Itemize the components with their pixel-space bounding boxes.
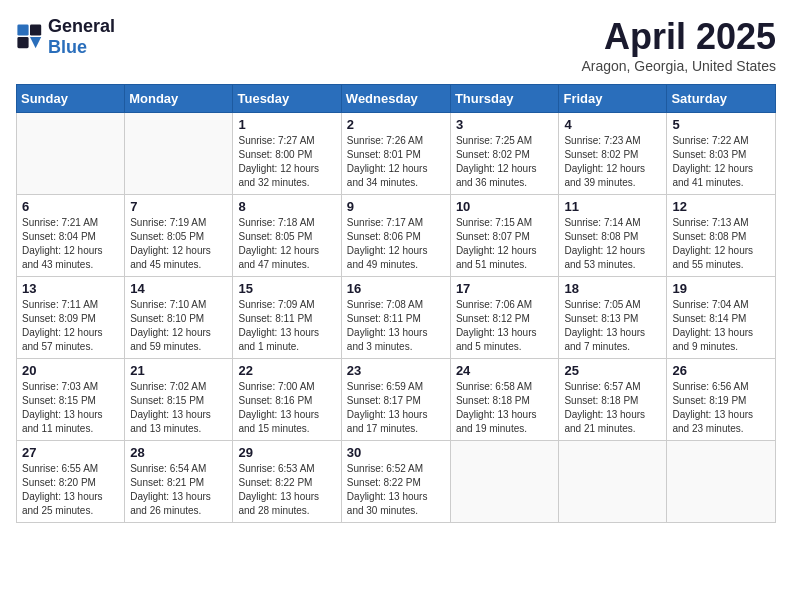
- calendar-cell: 20Sunrise: 7:03 AM Sunset: 8:15 PM Dayli…: [17, 359, 125, 441]
- day-number: 17: [456, 281, 554, 296]
- cell-info: Sunrise: 7:08 AM Sunset: 8:11 PM Dayligh…: [347, 298, 445, 354]
- day-number: 30: [347, 445, 445, 460]
- day-number: 10: [456, 199, 554, 214]
- day-number: 22: [238, 363, 335, 378]
- cell-info: Sunrise: 7:19 AM Sunset: 8:05 PM Dayligh…: [130, 216, 227, 272]
- calendar-cell: 9Sunrise: 7:17 AM Sunset: 8:06 PM Daylig…: [341, 195, 450, 277]
- calendar-cell: 14Sunrise: 7:10 AM Sunset: 8:10 PM Dayli…: [125, 277, 233, 359]
- cell-info: Sunrise: 7:03 AM Sunset: 8:15 PM Dayligh…: [22, 380, 119, 436]
- day-number: 1: [238, 117, 335, 132]
- calendar-cell: [125, 113, 233, 195]
- cell-info: Sunrise: 6:53 AM Sunset: 8:22 PM Dayligh…: [238, 462, 335, 518]
- day-number: 24: [456, 363, 554, 378]
- day-number: 15: [238, 281, 335, 296]
- cell-info: Sunrise: 7:00 AM Sunset: 8:16 PM Dayligh…: [238, 380, 335, 436]
- month-title: April 2025: [581, 16, 776, 58]
- cell-info: Sunrise: 7:06 AM Sunset: 8:12 PM Dayligh…: [456, 298, 554, 354]
- calendar-cell: 8Sunrise: 7:18 AM Sunset: 8:05 PM Daylig…: [233, 195, 341, 277]
- weekday-header-wednesday: Wednesday: [341, 85, 450, 113]
- calendar-cell: 13Sunrise: 7:11 AM Sunset: 8:09 PM Dayli…: [17, 277, 125, 359]
- calendar-cell: 21Sunrise: 7:02 AM Sunset: 8:15 PM Dayli…: [125, 359, 233, 441]
- day-number: 13: [22, 281, 119, 296]
- cell-info: Sunrise: 6:59 AM Sunset: 8:17 PM Dayligh…: [347, 380, 445, 436]
- calendar-cell: 1Sunrise: 7:27 AM Sunset: 8:00 PM Daylig…: [233, 113, 341, 195]
- calendar-cell: 11Sunrise: 7:14 AM Sunset: 8:08 PM Dayli…: [559, 195, 667, 277]
- calendar-cell: 22Sunrise: 7:00 AM Sunset: 8:16 PM Dayli…: [233, 359, 341, 441]
- calendar-cell: 7Sunrise: 7:19 AM Sunset: 8:05 PM Daylig…: [125, 195, 233, 277]
- svg-marker-3: [30, 37, 41, 48]
- day-number: 3: [456, 117, 554, 132]
- cell-info: Sunrise: 7:13 AM Sunset: 8:08 PM Dayligh…: [672, 216, 770, 272]
- calendar-cell: 10Sunrise: 7:15 AM Sunset: 8:07 PM Dayli…: [450, 195, 559, 277]
- calendar-header-row: SundayMondayTuesdayWednesdayThursdayFrid…: [17, 85, 776, 113]
- location-title: Aragon, Georgia, United States: [581, 58, 776, 74]
- day-number: 23: [347, 363, 445, 378]
- cell-info: Sunrise: 7:14 AM Sunset: 8:08 PM Dayligh…: [564, 216, 661, 272]
- cell-info: Sunrise: 7:26 AM Sunset: 8:01 PM Dayligh…: [347, 134, 445, 190]
- cell-info: Sunrise: 6:57 AM Sunset: 8:18 PM Dayligh…: [564, 380, 661, 436]
- calendar-cell: [450, 441, 559, 523]
- calendar-week-row: 1Sunrise: 7:27 AM Sunset: 8:00 PM Daylig…: [17, 113, 776, 195]
- svg-rect-1: [30, 24, 41, 35]
- calendar-cell: 18Sunrise: 7:05 AM Sunset: 8:13 PM Dayli…: [559, 277, 667, 359]
- day-number: 19: [672, 281, 770, 296]
- weekday-header-thursday: Thursday: [450, 85, 559, 113]
- calendar-cell: 4Sunrise: 7:23 AM Sunset: 8:02 PM Daylig…: [559, 113, 667, 195]
- calendar-week-row: 13Sunrise: 7:11 AM Sunset: 8:09 PM Dayli…: [17, 277, 776, 359]
- calendar-cell: 26Sunrise: 6:56 AM Sunset: 8:19 PM Dayli…: [667, 359, 776, 441]
- cell-info: Sunrise: 7:18 AM Sunset: 8:05 PM Dayligh…: [238, 216, 335, 272]
- calendar-cell: 15Sunrise: 7:09 AM Sunset: 8:11 PM Dayli…: [233, 277, 341, 359]
- cell-info: Sunrise: 7:27 AM Sunset: 8:00 PM Dayligh…: [238, 134, 335, 190]
- calendar-cell: 17Sunrise: 7:06 AM Sunset: 8:12 PM Dayli…: [450, 277, 559, 359]
- calendar-cell: 28Sunrise: 6:54 AM Sunset: 8:21 PM Dayli…: [125, 441, 233, 523]
- page-header: General Blue April 2025 Aragon, Georgia,…: [16, 16, 776, 74]
- weekday-header-saturday: Saturday: [667, 85, 776, 113]
- calendar-cell: 23Sunrise: 6:59 AM Sunset: 8:17 PM Dayli…: [341, 359, 450, 441]
- calendar-cell: [559, 441, 667, 523]
- cell-info: Sunrise: 7:02 AM Sunset: 8:15 PM Dayligh…: [130, 380, 227, 436]
- cell-info: Sunrise: 6:58 AM Sunset: 8:18 PM Dayligh…: [456, 380, 554, 436]
- cell-info: Sunrise: 7:21 AM Sunset: 8:04 PM Dayligh…: [22, 216, 119, 272]
- svg-rect-2: [17, 37, 28, 48]
- calendar-cell: 16Sunrise: 7:08 AM Sunset: 8:11 PM Dayli…: [341, 277, 450, 359]
- calendar-week-row: 27Sunrise: 6:55 AM Sunset: 8:20 PM Dayli…: [17, 441, 776, 523]
- day-number: 8: [238, 199, 335, 214]
- day-number: 28: [130, 445, 227, 460]
- weekday-header-sunday: Sunday: [17, 85, 125, 113]
- calendar-cell: 2Sunrise: 7:26 AM Sunset: 8:01 PM Daylig…: [341, 113, 450, 195]
- cell-info: Sunrise: 6:52 AM Sunset: 8:22 PM Dayligh…: [347, 462, 445, 518]
- calendar-week-row: 6Sunrise: 7:21 AM Sunset: 8:04 PM Daylig…: [17, 195, 776, 277]
- cell-info: Sunrise: 7:05 AM Sunset: 8:13 PM Dayligh…: [564, 298, 661, 354]
- day-number: 9: [347, 199, 445, 214]
- calendar-cell: 29Sunrise: 6:53 AM Sunset: 8:22 PM Dayli…: [233, 441, 341, 523]
- day-number: 4: [564, 117, 661, 132]
- cell-info: Sunrise: 7:17 AM Sunset: 8:06 PM Dayligh…: [347, 216, 445, 272]
- calendar-week-row: 20Sunrise: 7:03 AM Sunset: 8:15 PM Dayli…: [17, 359, 776, 441]
- weekday-header-tuesday: Tuesday: [233, 85, 341, 113]
- logo: General Blue: [16, 16, 115, 58]
- calendar-cell: [667, 441, 776, 523]
- calendar-cell: 25Sunrise: 6:57 AM Sunset: 8:18 PM Dayli…: [559, 359, 667, 441]
- title-block: April 2025 Aragon, Georgia, United State…: [581, 16, 776, 74]
- cell-info: Sunrise: 6:54 AM Sunset: 8:21 PM Dayligh…: [130, 462, 227, 518]
- cell-info: Sunrise: 7:22 AM Sunset: 8:03 PM Dayligh…: [672, 134, 770, 190]
- logo-blue: Blue: [48, 37, 87, 57]
- weekday-header-monday: Monday: [125, 85, 233, 113]
- day-number: 26: [672, 363, 770, 378]
- day-number: 20: [22, 363, 119, 378]
- calendar-cell: [17, 113, 125, 195]
- calendar-cell: 30Sunrise: 6:52 AM Sunset: 8:22 PM Dayli…: [341, 441, 450, 523]
- cell-info: Sunrise: 7:25 AM Sunset: 8:02 PM Dayligh…: [456, 134, 554, 190]
- day-number: 27: [22, 445, 119, 460]
- calendar-cell: 27Sunrise: 6:55 AM Sunset: 8:20 PM Dayli…: [17, 441, 125, 523]
- svg-rect-0: [17, 24, 28, 35]
- cell-info: Sunrise: 7:23 AM Sunset: 8:02 PM Dayligh…: [564, 134, 661, 190]
- day-number: 18: [564, 281, 661, 296]
- calendar-cell: 24Sunrise: 6:58 AM Sunset: 8:18 PM Dayli…: [450, 359, 559, 441]
- cell-info: Sunrise: 7:11 AM Sunset: 8:09 PM Dayligh…: [22, 298, 119, 354]
- cell-info: Sunrise: 7:10 AM Sunset: 8:10 PM Dayligh…: [130, 298, 227, 354]
- calendar-table: SundayMondayTuesdayWednesdayThursdayFrid…: [16, 84, 776, 523]
- day-number: 7: [130, 199, 227, 214]
- weekday-header-friday: Friday: [559, 85, 667, 113]
- day-number: 16: [347, 281, 445, 296]
